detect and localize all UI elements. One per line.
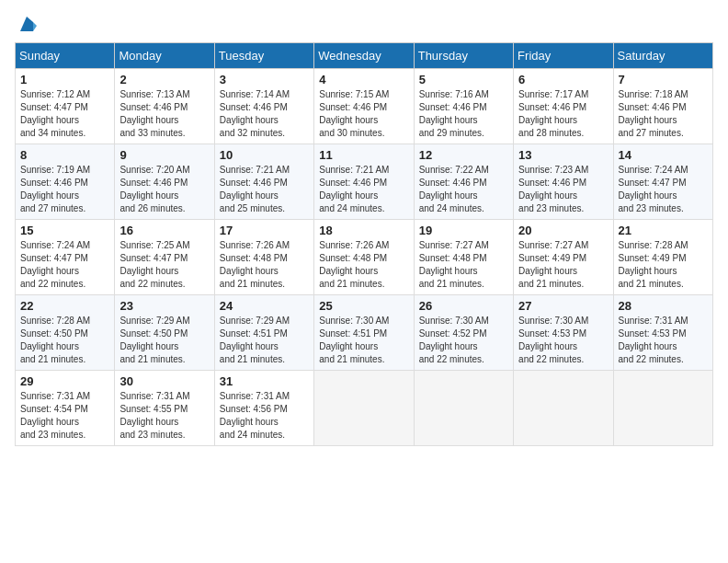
calendar-cell: 29 Sunrise: 7:31 AMSunset: 4:54 PMDaylig… <box>16 371 115 446</box>
calendar-cell: 22 Sunrise: 7:28 AMSunset: 4:50 PMDaylig… <box>16 295 115 371</box>
day-info: Sunrise: 7:26 AMSunset: 4:48 PMDaylight … <box>220 239 309 291</box>
calendar-cell: 16 Sunrise: 7:25 AMSunset: 4:47 PMDaylig… <box>115 220 214 295</box>
calendar-cell: 15 Sunrise: 7:24 AMSunset: 4:47 PMDaylig… <box>16 220 115 295</box>
day-info: Sunrise: 7:30 AMSunset: 4:51 PMDaylight … <box>319 315 408 366</box>
calendar-table: SundayMondayTuesdayWednesdayThursdayFrid… <box>15 42 713 446</box>
day-info: Sunrise: 7:29 AMSunset: 4:51 PMDaylight … <box>220 315 309 366</box>
calendar-cell: 7 Sunrise: 7:18 AMSunset: 4:46 PMDayligh… <box>613 69 712 144</box>
day-info: Sunrise: 7:27 AMSunset: 4:48 PMDaylight … <box>419 239 508 291</box>
weekday-thursday: Thursday <box>414 43 513 69</box>
week-row-2: 8 Sunrise: 7:19 AMSunset: 4:46 PMDayligh… <box>16 144 713 220</box>
calendar-cell: 13 Sunrise: 7:23 AMSunset: 4:46 PMDaylig… <box>514 144 613 220</box>
calendar-cell: 11 Sunrise: 7:21 AMSunset: 4:46 PMDaylig… <box>314 144 414 220</box>
calendar-cell: 27 Sunrise: 7:30 AMSunset: 4:53 PMDaylig… <box>514 295 613 371</box>
calendar-cell: 28 Sunrise: 7:31 AMSunset: 4:53 PMDaylig… <box>613 295 712 371</box>
day-info: Sunrise: 7:31 AMSunset: 4:55 PMDaylight … <box>119 390 209 442</box>
day-number: 16 <box>119 224 209 237</box>
calendar-cell: 14 Sunrise: 7:24 AMSunset: 4:47 PMDaylig… <box>613 144 712 220</box>
calendar-cell: 23 Sunrise: 7:29 AMSunset: 4:50 PMDaylig… <box>115 295 214 371</box>
calendar-cell: 18 Sunrise: 7:26 AMSunset: 4:48 PMDaylig… <box>314 220 414 295</box>
day-info: Sunrise: 7:14 AMSunset: 4:46 PMDaylight … <box>220 88 309 140</box>
day-number: 3 <box>220 73 309 86</box>
day-number: 10 <box>220 148 309 162</box>
week-row-3: 15 Sunrise: 7:24 AMSunset: 4:47 PMDaylig… <box>16 220 713 295</box>
day-info: Sunrise: 7:17 AMSunset: 4:46 PMDaylight … <box>518 88 608 140</box>
day-info: Sunrise: 7:30 AMSunset: 4:52 PMDaylight … <box>419 315 508 366</box>
day-number: 25 <box>319 299 408 313</box>
page-header <box>15 15 713 35</box>
day-info: Sunrise: 7:31 AMSunset: 4:54 PMDaylight … <box>20 390 109 442</box>
calendar-cell: 8 Sunrise: 7:19 AMSunset: 4:46 PMDayligh… <box>16 144 115 220</box>
week-row-1: 1 Sunrise: 7:12 AMSunset: 4:47 PMDayligh… <box>16 69 713 144</box>
day-number: 15 <box>20 224 109 237</box>
day-number: 1 <box>20 73 109 86</box>
day-info: Sunrise: 7:24 AMSunset: 4:47 PMDaylight … <box>619 164 708 215</box>
calendar-cell <box>613 371 712 446</box>
calendar-cell: 19 Sunrise: 7:27 AMSunset: 4:48 PMDaylig… <box>414 220 513 295</box>
day-info: Sunrise: 7:28 AMSunset: 4:50 PMDaylight … <box>20 315 109 366</box>
day-number: 7 <box>619 73 708 86</box>
day-number: 8 <box>20 148 109 162</box>
day-number: 30 <box>119 374 209 388</box>
day-info: Sunrise: 7:12 AMSunset: 4:47 PMDaylight … <box>20 88 109 140</box>
calendar-cell: 26 Sunrise: 7:30 AMSunset: 4:52 PMDaylig… <box>414 295 513 371</box>
day-info: Sunrise: 7:15 AMSunset: 4:46 PMDaylight … <box>319 88 408 140</box>
day-number: 22 <box>20 299 109 313</box>
day-info: Sunrise: 7:27 AMSunset: 4:49 PMDaylight … <box>518 239 608 291</box>
day-number: 27 <box>518 299 608 313</box>
calendar-cell: 1 Sunrise: 7:12 AMSunset: 4:47 PMDayligh… <box>16 69 115 144</box>
day-number: 17 <box>220 224 309 237</box>
day-number: 2 <box>119 73 209 86</box>
calendar-cell: 25 Sunrise: 7:30 AMSunset: 4:51 PMDaylig… <box>314 295 414 371</box>
logo-icon <box>17 15 37 35</box>
day-number: 5 <box>419 73 508 86</box>
day-info: Sunrise: 7:18 AMSunset: 4:46 PMDaylight … <box>619 88 708 140</box>
calendar-cell: 12 Sunrise: 7:22 AMSunset: 4:46 PMDaylig… <box>414 144 513 220</box>
day-number: 24 <box>220 299 309 313</box>
weekday-header-row: SundayMondayTuesdayWednesdayThursdayFrid… <box>16 43 713 69</box>
day-number: 28 <box>619 299 708 313</box>
day-number: 4 <box>319 73 408 86</box>
svg-marker-1 <box>33 22 37 31</box>
day-number: 12 <box>419 148 508 162</box>
calendar-cell: 17 Sunrise: 7:26 AMSunset: 4:48 PMDaylig… <box>214 220 313 295</box>
day-number: 31 <box>220 374 309 388</box>
day-info: Sunrise: 7:29 AMSunset: 4:50 PMDaylight … <box>119 315 209 366</box>
weekday-sunday: Sunday <box>16 43 115 69</box>
day-number: 20 <box>518 224 608 237</box>
calendar-cell: 30 Sunrise: 7:31 AMSunset: 4:55 PMDaylig… <box>115 371 214 446</box>
weekday-friday: Friday <box>514 43 613 69</box>
day-number: 11 <box>319 148 408 162</box>
day-info: Sunrise: 7:25 AMSunset: 4:47 PMDaylight … <box>119 239 209 291</box>
svg-marker-0 <box>20 17 33 31</box>
calendar-cell: 3 Sunrise: 7:14 AMSunset: 4:46 PMDayligh… <box>214 69 313 144</box>
calendar-cell <box>314 371 414 446</box>
day-number: 18 <box>319 224 408 237</box>
calendar-cell: 6 Sunrise: 7:17 AMSunset: 4:46 PMDayligh… <box>514 69 613 144</box>
logo <box>15 15 37 35</box>
weekday-monday: Monday <box>115 43 214 69</box>
calendar-cell: 24 Sunrise: 7:29 AMSunset: 4:51 PMDaylig… <box>214 295 313 371</box>
calendar-cell <box>414 371 513 446</box>
day-number: 14 <box>619 148 708 162</box>
day-info: Sunrise: 7:16 AMSunset: 4:46 PMDaylight … <box>419 88 508 140</box>
day-number: 23 <box>119 299 209 313</box>
calendar-cell: 20 Sunrise: 7:27 AMSunset: 4:49 PMDaylig… <box>514 220 613 295</box>
weekday-tuesday: Tuesday <box>214 43 313 69</box>
day-number: 13 <box>518 148 608 162</box>
day-info: Sunrise: 7:28 AMSunset: 4:49 PMDaylight … <box>619 239 708 291</box>
day-info: Sunrise: 7:21 AMSunset: 4:46 PMDaylight … <box>220 164 309 215</box>
day-info: Sunrise: 7:19 AMSunset: 4:46 PMDaylight … <box>20 164 109 215</box>
weekday-saturday: Saturday <box>613 43 712 69</box>
day-number: 9 <box>119 148 209 162</box>
calendar-cell: 2 Sunrise: 7:13 AMSunset: 4:46 PMDayligh… <box>115 69 214 144</box>
day-info: Sunrise: 7:31 AMSunset: 4:53 PMDaylight … <box>619 315 708 366</box>
calendar-cell: 4 Sunrise: 7:15 AMSunset: 4:46 PMDayligh… <box>314 69 414 144</box>
day-number: 6 <box>518 73 608 86</box>
calendar-cell: 5 Sunrise: 7:16 AMSunset: 4:46 PMDayligh… <box>414 69 513 144</box>
day-info: Sunrise: 7:20 AMSunset: 4:46 PMDaylight … <box>119 164 209 215</box>
week-row-5: 29 Sunrise: 7:31 AMSunset: 4:54 PMDaylig… <box>16 371 713 446</box>
day-number: 21 <box>619 224 708 237</box>
day-number: 29 <box>20 374 109 388</box>
day-info: Sunrise: 7:26 AMSunset: 4:48 PMDaylight … <box>319 239 408 291</box>
